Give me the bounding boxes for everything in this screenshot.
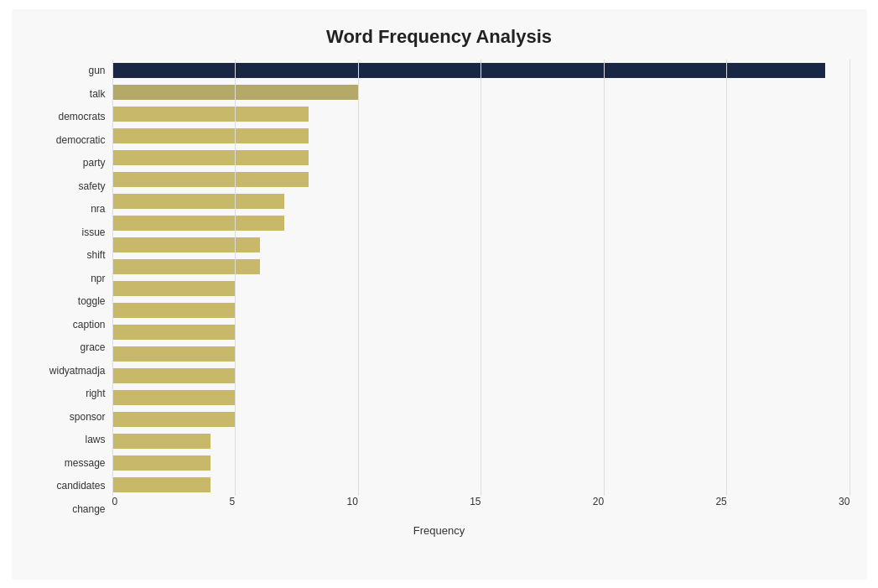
y-label: safety [78, 181, 105, 191]
chart-container: Word Frequency Analysis guntalkdemocrats… [12, 9, 867, 580]
x-tick: 10 [346, 496, 357, 507]
x-tick: 0 [112, 496, 118, 507]
y-label: message [65, 458, 106, 468]
y-label: sponsor [70, 412, 106, 422]
y-label: caption [73, 320, 106, 330]
y-label: npr [91, 273, 105, 284]
grid-line [235, 60, 236, 496]
grid-line [112, 60, 113, 496]
x-tick: 25 [715, 496, 726, 507]
x-axis-title: Frequency [413, 524, 465, 537]
y-label: party [83, 158, 106, 168]
y-label: issue [81, 227, 105, 237]
y-label: candidates [56, 481, 105, 491]
grid-line [726, 60, 727, 496]
x-tick: 5 [229, 496, 235, 507]
y-label: widyatmadja [49, 366, 106, 376]
x-tick: 20 [593, 496, 604, 507]
x-tick: 30 [839, 496, 849, 507]
y-label: nra [91, 204, 105, 214]
y-label: grace [80, 342, 105, 352]
y-label: laws [85, 434, 105, 445]
bars-and-grid: 051015202530 [112, 60, 850, 521]
y-label: right [86, 388, 105, 398]
y-label: democratic [56, 135, 106, 145]
y-label: change [72, 504, 105, 514]
x-axis: 051015202530 [112, 496, 850, 521]
y-label: toggle [78, 296, 106, 306]
grid-line [481, 60, 481, 496]
y-label: shift [86, 250, 105, 260]
y-label: democrats [58, 112, 105, 122]
grid-line [604, 60, 605, 496]
x-tick: 15 [470, 496, 481, 507]
chart-title: Word Frequency Analysis [29, 26, 850, 48]
chart-area: guntalkdemocratsdemocraticpartysafetynra… [29, 60, 850, 521]
grid-line [358, 60, 359, 496]
chart-bottom: Frequency [29, 524, 850, 537]
grid-lines [112, 60, 850, 496]
y-axis-labels: guntalkdemocratsdemocraticpartysafetynra… [29, 60, 112, 521]
grid-line [849, 60, 850, 496]
y-label: gun [88, 65, 105, 75]
y-label: talk [90, 89, 106, 99]
